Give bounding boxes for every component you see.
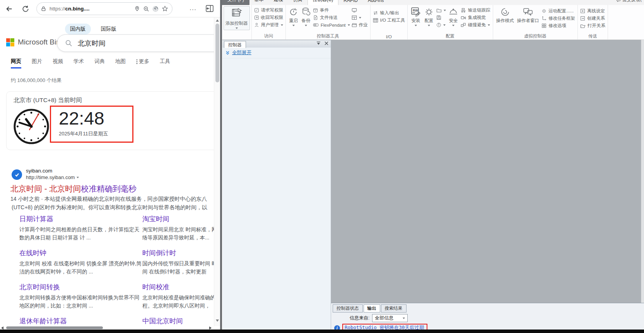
group-controller-tools: 重启 备份 事件 文件传送 <box>286 5 371 39</box>
tab-academic[interactable]: 学术 <box>73 58 84 68</box>
request-write-access-button[interactable]: 请求写权限 <box>253 7 284 14</box>
bing-logo[interactable]: Microsoft Bing <box>6 38 64 46</box>
sublink: 时间校准北京时间校准是确保时间准确的过程。北京时间即东八区时间， <box>142 282 221 310</box>
sublink-title[interactable]: 时间校准 <box>142 282 221 292</box>
sublink-title[interactable]: 时间倒计时 <box>142 248 221 258</box>
restart-button[interactable]: 重启 <box>287 6 300 27</box>
inputs-outputs-button[interactable]: 输入/输出 <box>372 9 406 17</box>
motion-configuration-button[interactable]: 运动配置...... <box>541 7 576 15</box>
more-options-button[interactable]: ··· <box>188 4 198 14</box>
tab-images[interactable]: 图片 <box>32 58 42 68</box>
signal-analyzer-button[interactable] <box>351 14 369 21</box>
graphics-viewport[interactable] <box>331 40 644 303</box>
offline-setup-button[interactable]: 离线设定 <box>579 7 606 15</box>
tab-file[interactable]: 文件 (F) <box>222 0 249 5</box>
tab-controller-status[interactable]: 控制器状态 <box>333 304 363 313</box>
location-pin-icon[interactable] <box>134 6 140 12</box>
license-expiry-message[interactable]: RobotStudio 密钥将在30天后过期 <box>342 324 427 330</box>
submit-feedback-button[interactable]: 提交反馈( <box>616 0 642 3</box>
sublink-title[interactable]: 在线时钟 <box>19 248 142 258</box>
result-title[interactable]: 北京时间 - 北京时间校准精确到毫秒 <box>10 183 137 194</box>
tab-videos[interactable]: 视频 <box>53 58 63 68</box>
window-position-icon[interactable] <box>316 41 321 45</box>
conveyor-tracking-button[interactable]: 输送链跟踪 <box>460 7 491 14</box>
configuration-button[interactable]: 配置 <box>422 6 436 27</box>
scroll-right-arrow[interactable] <box>209 326 212 330</box>
ribbon: 添加控制器 请求写权限 收回写权限 用户 <box>222 5 644 40</box>
flexpendant-button[interactable]: FlexPendant <box>312 21 351 29</box>
tab-addins[interactable]: Add-Ins <box>363 0 389 5</box>
search-input[interactable]: 北京时间 <box>57 34 221 52</box>
refresh-button[interactable] <box>20 3 31 14</box>
tab-web[interactable]: 网页 <box>11 58 21 68</box>
scroll-down-arrow[interactable] <box>216 319 219 322</box>
group-label: I/O <box>371 34 408 39</box>
tab-basic[interactable]: 基本 <box>249 0 269 5</box>
io-engineering-tools-button[interactable]: I/O 工程工具 <box>372 17 406 24</box>
zoom-out-icon[interactable] <box>143 6 149 12</box>
viewport-edge-scrollbar[interactable] <box>641 40 644 303</box>
add-controller-button[interactable]: 添加控制器 <box>224 6 250 30</box>
back-button[interactable] <box>4 3 15 14</box>
modify-options-button[interactable]: 修改选项 <box>541 22 576 29</box>
favorite-star-icon[interactable] <box>162 5 168 12</box>
sublink-title[interactable]: 北京时间转换 <box>19 282 142 292</box>
tab-output[interactable]: 输出 <box>364 304 380 313</box>
revoke-write-access-button[interactable]: 收回写权限 <box>253 14 284 21</box>
url-caret-icon <box>77 177 79 178</box>
vertical-scroll-thumb[interactable] <box>215 24 219 82</box>
bing-nav-tabs: 网页 图片 视频 学术 词典 地图 更多 工具 <box>11 58 170 68</box>
modify-task-frame-button[interactable]: 修改任务框架 <box>541 15 576 22</box>
jobs-button[interactable]: 作业 <box>351 21 369 29</box>
tab-more[interactable]: 更多 <box>136 58 149 68</box>
tab-controller[interactable]: 控制器(C) <box>307 0 339 5</box>
scroll-up-arrow[interactable] <box>216 19 219 22</box>
integrated-vision-button[interactable]: 集成视觉 <box>460 14 491 21</box>
result-site-name[interactable]: syiban.com <box>26 168 52 174</box>
group-access: 请求写权限 收回写权限 用户管理 访问 <box>252 5 286 39</box>
sublink-title[interactable]: 淘宝时间 <box>142 214 221 224</box>
open-relation-button[interactable]: 打开关系 <box>579 22 606 29</box>
swirl-badge-icon[interactable] <box>152 6 159 12</box>
tab-rapid[interactable]: RAPID <box>338 0 363 5</box>
operating-mode-button[interactable]: 操作模式 <box>495 6 516 24</box>
tab-domestic[interactable]: 国内版 <box>65 24 91 34</box>
sublink-title[interactable]: 日期计算器 <box>19 214 142 224</box>
expand-all-link[interactable]: 全部展开 <box>232 50 251 56</box>
close-icon[interactable] <box>325 41 328 45</box>
vertical-scrollbar[interactable] <box>214 17 220 326</box>
safety-button[interactable]: 安全 <box>447 6 460 27</box>
tab-international[interactable]: 国际版 <box>100 24 118 34</box>
result-url[interactable]: http://time.syiban.com <box>26 174 79 180</box>
tab-simulation[interactable]: 仿真 <box>288 0 307 5</box>
tab-dictionary[interactable]: 词典 <box>94 58 105 68</box>
output-panel-tabs: 控制器状态 输出 搜索结果 <box>331 303 644 313</box>
backup-button[interactable]: 备份 <box>300 6 312 27</box>
tab-tools[interactable]: 工具 <box>160 58 170 68</box>
online-monitor-button[interactable] <box>351 7 369 14</box>
file-transfer-button[interactable]: 文件传送 <box>312 14 351 21</box>
tab-search-results[interactable]: 搜索结果 <box>381 304 407 313</box>
split-screen-button[interactable] <box>205 3 214 14</box>
load-parameters-button[interactable] <box>436 7 447 14</box>
address-bar[interactable]: https://cn.bing.... <box>36 2 173 15</box>
create-relation-button[interactable]: 创建关系 <box>579 15 606 22</box>
tab-maps[interactable]: 地图 <box>115 58 126 68</box>
installation-button[interactable]: RW 安装 <box>409 6 422 27</box>
operator-window-button[interactable]: 操作者窗口 <box>516 6 541 24</box>
horizontal-scrollbar[interactable] <box>0 326 214 330</box>
properties-button[interactable] <box>436 21 447 29</box>
collision-avoidance-button[interactable]: 碰撞避免 <box>460 21 491 29</box>
sublink-title[interactable]: 中国北京时间 <box>142 316 221 326</box>
tab-modeling[interactable]: 建模 <box>269 0 288 5</box>
chevron-down-icon <box>488 24 490 26</box>
sublink-title[interactable]: 退休年龄计算器 <box>19 316 142 326</box>
scroll-left-arrow[interactable] <box>1 326 3 330</box>
horizontal-scroll-thumb[interactable] <box>6 326 103 329</box>
source-select[interactable]: 全部信息 <box>372 314 408 322</box>
save-parameters-button[interactable] <box>436 14 447 21</box>
events-button[interactable]: 事件 <box>312 7 351 14</box>
user-management-button[interactable]: 用户管理 <box>253 21 284 29</box>
controller-panel-tab[interactable]: 控制器 <box>224 41 246 48</box>
back-icon <box>5 5 14 13</box>
